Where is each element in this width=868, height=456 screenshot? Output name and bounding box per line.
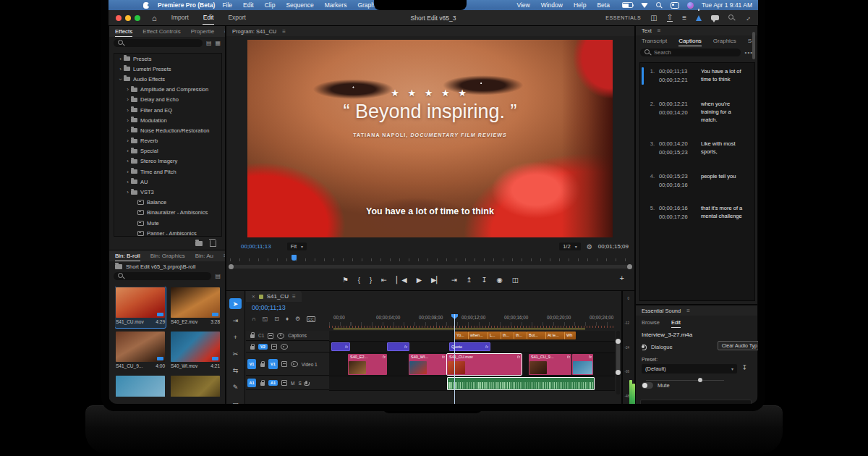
chevron-icon[interactable]: › xyxy=(124,117,131,124)
lift-icon[interactable]: ↥ xyxy=(467,276,472,284)
captions-track-lane[interactable]: Yo...when...L...th...th...But...At le...… xyxy=(329,331,615,342)
track-visibility-icon[interactable] xyxy=(281,344,288,350)
a1-track-lane[interactable] xyxy=(329,376,615,391)
source-patch-badge[interactable]: V1 xyxy=(247,359,256,369)
effects-tree-item[interactable]: › Amplitude and Compression xyxy=(114,85,221,95)
go-to-out-icon[interactable]: ⇥ xyxy=(451,276,457,284)
linked-selection-icon[interactable]: ◱ xyxy=(263,316,268,322)
a1-track-header[interactable]: A1 A1 M S xyxy=(246,376,329,390)
panel-tab[interactable]: Effect Controls xyxy=(142,27,180,37)
bin-clip[interactable]: S41_CU_9... 4:00 xyxy=(115,331,166,372)
bin-clip[interactable]: S41_CU.mov 4:29 xyxy=(115,287,166,328)
effects-tree-item[interactable]: › AU xyxy=(114,177,221,187)
chevron-icon[interactable]: › xyxy=(117,56,124,62)
nest-icon[interactable]: ⊡ xyxy=(274,316,279,322)
effects-tree-item[interactable]: › Delay and Echo xyxy=(114,95,221,105)
effects-search-input[interactable] xyxy=(114,39,203,47)
captions-scrollbar[interactable] xyxy=(752,32,755,59)
sequence-tab[interactable]: S41_CU xyxy=(267,293,289,300)
extract-icon[interactable]: ↧ xyxy=(482,276,488,284)
chevron-icon[interactable]: › xyxy=(117,76,124,83)
new-bin-icon[interactable] xyxy=(195,241,203,246)
video-clip[interactable]: S40_E2... fx xyxy=(348,354,387,375)
track-select-tool[interactable]: ⇥ xyxy=(229,315,242,326)
v1-track-header[interactable]: V1 V1 Video 1 xyxy=(246,353,329,376)
menubar-menu-item[interactable]: Markers xyxy=(325,1,347,9)
mute-track-button[interactable]: M xyxy=(291,381,294,386)
delete-icon[interactable] xyxy=(210,240,216,247)
chevron-icon[interactable]: › xyxy=(124,86,131,93)
menubar-app-name[interactable]: Premiere Pro (Beta) xyxy=(158,1,215,9)
add-marker-icon[interactable]: ⚑ xyxy=(342,276,349,284)
track-badge[interactable]: A1 xyxy=(268,380,278,386)
menubar-menu-item[interactable]: Sequence xyxy=(286,1,313,9)
beta-features-icon[interactable] xyxy=(696,15,702,21)
graphic-clip[interactable]: Quotefx xyxy=(449,342,490,351)
snap-icon[interactable]: ∩ xyxy=(252,316,256,322)
caption-clip[interactable]: th... xyxy=(514,332,527,339)
effects-tree-item[interactable]: › Stereo Imagery xyxy=(114,156,221,166)
effects-tree-item[interactable]: › Special xyxy=(114,146,221,156)
program-playhead[interactable] xyxy=(292,255,297,261)
mute-toggle[interactable] xyxy=(642,382,653,389)
timeline-playhead[interactable] xyxy=(454,314,455,404)
caption-clip[interactable]: Yo... xyxy=(454,332,468,339)
menubar-menu-item[interactable]: File xyxy=(222,1,232,9)
voiceover-record-icon[interactable] xyxy=(305,381,307,384)
track-visibility-icon[interactable] xyxy=(291,361,298,367)
apple-menu-icon[interactable] xyxy=(143,2,149,9)
feedback-icon[interactable] xyxy=(711,15,719,20)
effects-tree-item[interactable]: › Audio Effects xyxy=(114,74,221,84)
effects-tree-item[interactable]: Balance xyxy=(114,198,221,208)
fullscreen-icon[interactable]: ↔ xyxy=(743,13,752,22)
go-to-in-icon[interactable]: ⇤ xyxy=(381,276,387,284)
panel-tab[interactable]: Propertie xyxy=(191,27,214,37)
panel-menu-icon[interactable]: ≡ xyxy=(224,253,225,259)
pen-tool[interactable]: ✎ xyxy=(229,381,242,392)
caption-row[interactable]: 4. 00;00;15;23 00;00;16;16 people tell y… xyxy=(640,168,754,193)
panel-tab[interactable]: Graphics xyxy=(713,36,736,46)
step-forward-icon[interactable]: ▶▏ xyxy=(431,276,442,284)
panel-tab[interactable]: Browse xyxy=(642,318,660,328)
track-badge[interactable]: V1 xyxy=(268,359,278,369)
mode-nav-item[interactable]: Edit xyxy=(203,11,215,25)
menubar-menu-item[interactable]: Beta xyxy=(597,1,610,9)
panel-menu-icon[interactable]: ≡ xyxy=(224,28,225,35)
caption-row[interactable]: 3. 00;00;14;20 00;00;15;23 Like with mos… xyxy=(640,135,754,161)
v2-track-header[interactable]: V2 xyxy=(246,342,329,352)
panel-tab[interactable]: Effects xyxy=(115,27,132,37)
panel-tab[interactable]: Captions xyxy=(678,36,702,46)
menubar-menu-item[interactable]: Window xyxy=(541,1,563,9)
share-icon[interactable]: ⇧ xyxy=(667,14,673,22)
chevron-icon[interactable]: › xyxy=(124,179,131,185)
bin-search-input[interactable] xyxy=(114,272,211,280)
minimize-window-button[interactable] xyxy=(125,15,131,21)
caption-clip[interactable]: Wh xyxy=(564,332,576,339)
sync-lock-icon[interactable] xyxy=(281,361,287,367)
close-sequence-icon[interactable]: × xyxy=(252,293,255,300)
caption-row[interactable]: 5. 00;00;16;16 00;00;17;26 that it's mor… xyxy=(640,200,754,226)
v2-track-lane[interactable]: fx fx Quotefx xyxy=(329,342,615,353)
step-back-icon[interactable]: ▏◀ xyxy=(396,276,407,284)
program-zoom-scrollbar[interactable] xyxy=(230,265,631,269)
ripple-edit-tool[interactable]: + xyxy=(229,332,242,342)
marker-icon[interactable]: ♦ xyxy=(286,316,289,322)
captions-track-header[interactable]: C1 Captions xyxy=(246,331,329,341)
panel-menu-icon[interactable]: ≡ xyxy=(292,293,296,300)
effects-tree-item[interactable]: Binauralizer - Ambisonics xyxy=(114,208,221,218)
caption-clip[interactable]: when... xyxy=(468,332,488,339)
mode-nav-item[interactable]: Import xyxy=(171,11,190,25)
panel-tab[interactable]: Bin: B-roll xyxy=(115,251,140,261)
timeline-timecode[interactable]: 00;00;11;13 xyxy=(252,304,286,311)
playback-resolution-dropdown[interactable]: 1/2▾ xyxy=(559,242,580,250)
new-custom-bin-icon[interactable]: ▦ xyxy=(215,40,221,46)
workspace-icon[interactable]: ◫ xyxy=(650,14,657,22)
quick-export-menu-icon[interactable]: ≡ xyxy=(682,14,686,22)
menubar-clock[interactable]: Tue Apr 1 9:41 AM xyxy=(702,1,752,9)
solo-track-button[interactable]: S xyxy=(298,381,301,386)
lock-icon[interactable] xyxy=(250,346,255,350)
menubar-menu-item[interactable]: Clip xyxy=(265,1,276,9)
button-editor-icon[interactable]: + xyxy=(620,274,624,282)
effects-tree-item[interactable]: › Presets xyxy=(114,54,221,64)
caption-row[interactable]: 2. 00;00;12;21 00;00;14;20 when you're t… xyxy=(640,96,754,130)
